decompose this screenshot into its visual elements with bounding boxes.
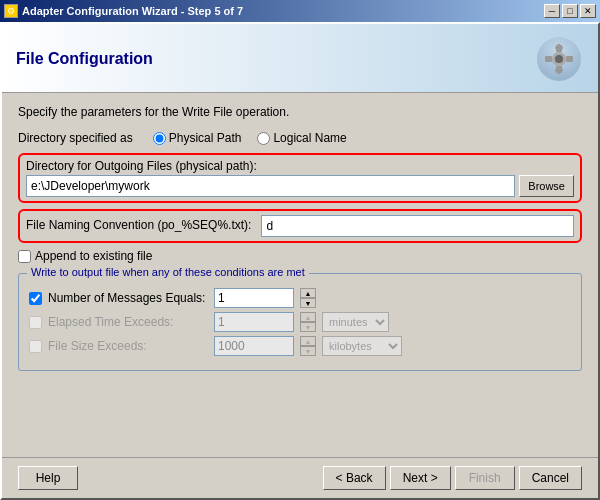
append-checkbox[interactable] (18, 250, 31, 263)
radio-logical-name-input[interactable] (257, 132, 270, 145)
size-spinner: ▲ ▼ (300, 336, 316, 356)
header-area: File Configuration (2, 24, 598, 93)
naming-field-group: File Naming Convention (po_%SEQ%.txt): (18, 209, 582, 243)
cancel-button[interactable]: Cancel (519, 466, 582, 490)
messages-checkbox[interactable] (29, 292, 42, 305)
directory-field-label: Directory for Outgoing Files (physical p… (26, 159, 574, 173)
radio-physical-path-input[interactable] (153, 132, 166, 145)
time-input (214, 312, 294, 332)
conditions-group-title: Write to output file when any of these c… (27, 266, 309, 278)
radio-logical-name[interactable]: Logical Name (257, 131, 346, 145)
size-input (214, 336, 294, 356)
messages-spinner-down[interactable]: ▼ (300, 298, 316, 308)
finish-button[interactable]: Finish (455, 466, 515, 490)
radio-physical-path-label: Physical Path (169, 131, 242, 145)
title-bar: ⚙ Adapter Configuration Wizard - Step 5 … (0, 0, 600, 22)
condition-row-size: File Size Exceeds: ▲ ▼ kilobytes megabyt… (29, 336, 571, 356)
next-button[interactable]: Next > (390, 466, 451, 490)
size-label: File Size Exceeds: (48, 339, 208, 353)
button-bar: Help < Back Next > Finish Cancel (2, 457, 598, 498)
title-bar-left: ⚙ Adapter Configuration Wizard - Step 5 … (4, 4, 243, 18)
size-checkbox[interactable] (29, 340, 42, 353)
time-spinner-down: ▼ (300, 322, 316, 332)
back-button[interactable]: < Back (323, 466, 386, 490)
naming-field-row: File Naming Convention (po_%SEQ%.txt): (26, 215, 574, 237)
maximize-button[interactable]: □ (562, 4, 578, 18)
time-unit-select: minutes hours seconds (322, 312, 389, 332)
time-spinner: ▲ ▼ (300, 312, 316, 332)
append-checkbox-row: Append to existing file (18, 249, 582, 263)
title-bar-buttons: ─ □ ✕ (544, 4, 596, 18)
content-area: Specify the parameters for the Write Fil… (2, 93, 598, 457)
time-checkbox[interactable] (29, 316, 42, 329)
nav-buttons: < Back Next > Finish Cancel (323, 466, 582, 490)
svg-rect-6 (566, 56, 573, 62)
naming-field-label: File Naming Convention (po_%SEQ%.txt): (26, 218, 251, 232)
messages-input[interactable] (214, 288, 294, 308)
directory-field-group: Directory for Outgoing Files (physical p… (18, 153, 582, 203)
directory-field-row: Browse (26, 175, 574, 197)
radio-logical-name-label: Logical Name (273, 131, 346, 145)
append-checkbox-label: Append to existing file (35, 249, 152, 263)
radio-physical-path[interactable]: Physical Path (153, 131, 242, 145)
minimize-button[interactable]: ─ (544, 4, 560, 18)
page-title: File Configuration (16, 50, 153, 68)
svg-rect-5 (545, 56, 552, 62)
conditions-group-box: Write to output file when any of these c… (18, 273, 582, 371)
close-button[interactable]: ✕ (580, 4, 596, 18)
title-bar-text: Adapter Configuration Wizard - Step 5 of… (22, 5, 243, 17)
time-spinner-up: ▲ (300, 312, 316, 322)
size-spinner-up: ▲ (300, 336, 316, 346)
messages-label: Number of Messages Equals: (48, 291, 208, 305)
condition-row-messages: Number of Messages Equals: ▲ ▼ (29, 288, 571, 308)
directory-type-label: Directory specified as (18, 131, 133, 145)
condition-row-time: Elapsed Time Exceeds: ▲ ▼ minutes hours … (29, 312, 571, 332)
browse-button[interactable]: Browse (519, 175, 574, 197)
main-window: File Configuration (0, 22, 600, 500)
naming-input[interactable] (261, 215, 574, 237)
size-unit-select: kilobytes megabytes bytes (322, 336, 402, 356)
messages-spinner-up[interactable]: ▲ (300, 288, 316, 298)
gear-icon (534, 34, 584, 84)
app-icon: ⚙ (4, 4, 18, 18)
messages-spinner[interactable]: ▲ ▼ (300, 288, 316, 308)
size-spinner-down: ▼ (300, 346, 316, 356)
directory-input[interactable] (26, 175, 515, 197)
help-button[interactable]: Help (18, 466, 78, 490)
time-label: Elapsed Time Exceeds: (48, 315, 208, 329)
directory-type-group: Directory specified as Physical Path Log… (18, 131, 582, 145)
description-text: Specify the parameters for the Write Fil… (18, 105, 582, 119)
svg-point-2 (555, 55, 563, 63)
